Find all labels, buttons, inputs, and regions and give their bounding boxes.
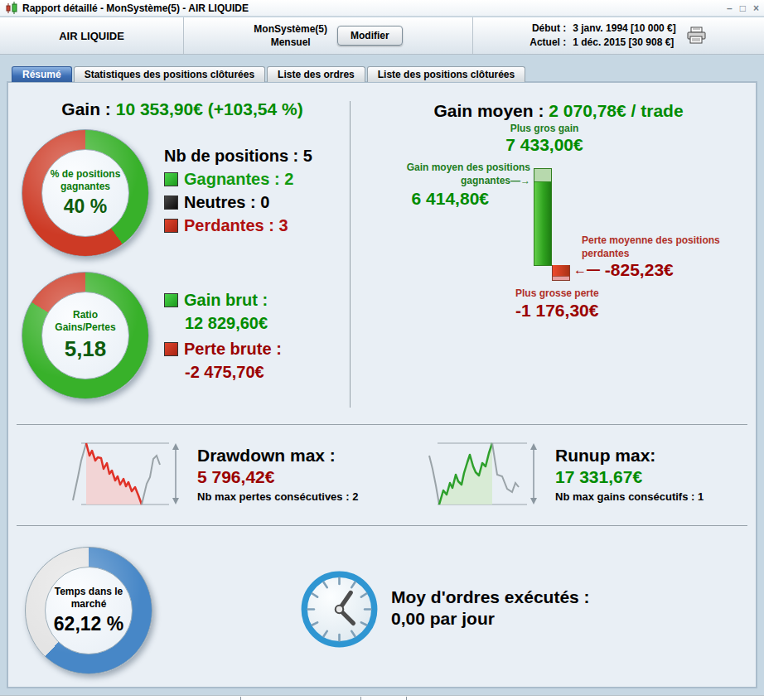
perte-moyenne-label: Perte moyenne des positions perdantes <box>582 234 764 260</box>
drawdown-subtitle: Nb max pertes consécutives : 2 <box>197 490 358 503</box>
tick-mark <box>406 697 407 700</box>
printer-icon[interactable] <box>686 27 708 45</box>
gain-moyen-bar-negative <box>552 265 570 281</box>
time-in-market-label: Temps dans le <box>55 586 123 597</box>
current-value: 1 déc. 2015 [30 908 €] <box>573 36 676 50</box>
positions-total: Nb de positions : 5 <box>164 144 312 167</box>
tick-mark <box>360 697 361 700</box>
minimize-button[interactable]: – <box>727 2 733 14</box>
tab-resume[interactable]: Résumé <box>12 66 72 82</box>
gross-legend: Gain brut : 12 829,60€ Perte brute : -2 … <box>164 288 282 384</box>
horizontal-divider-1 <box>17 424 747 425</box>
drawdown-value: 5 796,42€ <box>197 467 274 487</box>
instrument-name: AIR LIQUIDE <box>59 30 124 42</box>
date-range: Début : 3 janv. 1994 [10 000 €] Actuel :… <box>529 22 676 51</box>
runup-sparkline-chart <box>424 437 549 512</box>
gain-label: Gain : <box>61 99 111 118</box>
bar-segment-avg-gain <box>534 182 551 265</box>
tab-statistiques-positions-cloturees[interactable]: Statistiques des positions clôturées <box>74 66 265 82</box>
system-period: Mensuel <box>254 36 327 49</box>
gain-brut-value: 12 829,60€ <box>164 311 282 335</box>
perte-moyenne-value-row: ←— -825,23€ <box>573 260 674 280</box>
legend-item-gagnantes: Gagnantes : 2 <box>164 167 312 191</box>
start-value: 3 janv. 1994 [10 000 €] <box>573 22 676 36</box>
window-title: Rapport détaillé - MonSystème(5) - AIR L… <box>22 2 249 14</box>
green-square-icon <box>164 293 178 307</box>
gain-value: 10 353,90€ (+103,54 %) <box>116 99 303 118</box>
winning-donut-value: 40 % <box>64 196 107 218</box>
green-square-icon <box>164 172 178 186</box>
bar-segment-avg-loss <box>553 265 569 276</box>
red-square-icon <box>164 219 178 233</box>
legend-item-perdantes: Perdantes : 3 <box>164 214 312 237</box>
ratio-gains-pertes-donut: Ratio Gains/Pertes 5,18 <box>22 272 149 399</box>
winning-percent-donut-center: % de positions gagnantes 40 % <box>41 149 129 237</box>
report-header: AIR LIQUIDE MonSystème(5) Mensuel Modifi… <box>0 17 764 55</box>
gain-moyen-label: Gain moyen : <box>433 101 544 120</box>
legend-item-perte-brute: Perte brute : <box>164 337 282 360</box>
legend-item-gain-brut: Gain brut : <box>164 288 282 311</box>
runup-subtitle: Nb max gains consécutifs : 1 <box>555 490 704 503</box>
title-bar: Rapport détaillé - MonSystème(5) - AIR L… <box>0 0 764 17</box>
background-window-edge <box>0 695 764 700</box>
start-label: Début : <box>529 22 566 36</box>
resume-panel: Gain : 10 353,90€ (+103,54 %) % de posit… <box>7 81 757 688</box>
left-arrow-icon: ←— <box>573 263 600 277</box>
orders-line2: 0,00 par jour <box>391 608 590 630</box>
bar-segment-max-gain <box>534 169 551 182</box>
perte-brute-value: -2 475,70€ <box>164 360 282 384</box>
orders-line1: Moy d'ordres exécutés : <box>391 587 590 608</box>
plus-grosse-perte-label: Plus grosse perte <box>515 287 599 301</box>
candlestick-app-icon <box>5 2 18 14</box>
application-window: Rapport détaillé - MonSystème(5) - AIR L… <box>0 0 764 700</box>
gain-title: Gain : 10 353,90€ (+103,54 %) <box>23 99 341 119</box>
maximize-button[interactable]: □ <box>740 2 746 14</box>
runup-value: 17 331,67€ <box>555 467 642 487</box>
modify-button[interactable]: Modifier <box>337 26 403 46</box>
system-name: MonSystème(5) <box>254 22 327 36</box>
red-square-icon <box>164 342 178 356</box>
close-button[interactable]: × <box>753 2 759 14</box>
ratio-donut-center: Ratio Gains/Pertes 5,18 <box>41 292 129 379</box>
black-square-icon <box>164 196 178 210</box>
clock-icon <box>300 570 379 649</box>
winning-percent-donut: % de positions gagnantes 40 % <box>22 129 149 257</box>
orders-per-day: Moy d'ordres exécutés : 0,00 par jour <box>391 587 590 630</box>
bar-segment-max-loss <box>553 276 569 280</box>
drawdown-title: Drawdown max : <box>197 446 336 466</box>
horizontal-divider-2 <box>17 525 747 526</box>
tab-bar: Résumé Statistiques des positions clôtur… <box>12 66 525 82</box>
drawdown-sparkline-chart <box>68 437 184 512</box>
plus-grosse-perte-value: -1 176,30€ <box>515 301 598 321</box>
time-in-market-donut: Temps dans le marché 62,12 % <box>25 547 152 674</box>
positions-legend: Nb de positions : 5 Gagnantes : 2 Neutre… <box>164 144 312 237</box>
vertical-divider <box>350 101 351 408</box>
time-in-market-center: Temps dans le marché 62,12 % <box>45 567 133 654</box>
legend-item-neutres: Neutres : 0 <box>164 191 312 214</box>
runup-title: Runup max: <box>555 446 655 466</box>
winning-donut-label: % de positions <box>51 168 121 180</box>
system-info: MonSystème(5) Mensuel <box>254 22 327 49</box>
current-label: Actuel : <box>529 36 566 50</box>
right-arrow-icon: —→ <box>510 175 530 186</box>
plus-gros-gain-label: Plus gros gain <box>456 123 633 136</box>
plus-gros-gain-value: 7 433,00€ <box>456 135 633 155</box>
gain-moyen-gagnantes-label: Gain moyen des positions gagnantes—→ <box>363 162 530 187</box>
ratio-donut-label: Ratio <box>73 309 98 321</box>
ratio-donut-value: 5,18 <box>65 336 107 362</box>
gain-moyen-gagnantes-value: 6 414,80€ <box>323 189 489 209</box>
perte-moyenne-value: -825,23€ <box>605 260 674 279</box>
tab-liste-positions-cloturees[interactable]: Liste des positions clôturées <box>367 66 525 82</box>
tick-mark <box>240 697 241 700</box>
gain-moyen-value: 2 070,78€ / trade <box>549 101 683 120</box>
gain-moyen-bar-positive <box>534 168 552 266</box>
gain-moyen-title: Gain moyen : 2 070,78€ / trade <box>371 101 746 121</box>
tab-liste-des-ordres[interactable]: Liste des ordres <box>267 66 365 82</box>
time-in-market-value: 62,12 % <box>54 613 123 635</box>
